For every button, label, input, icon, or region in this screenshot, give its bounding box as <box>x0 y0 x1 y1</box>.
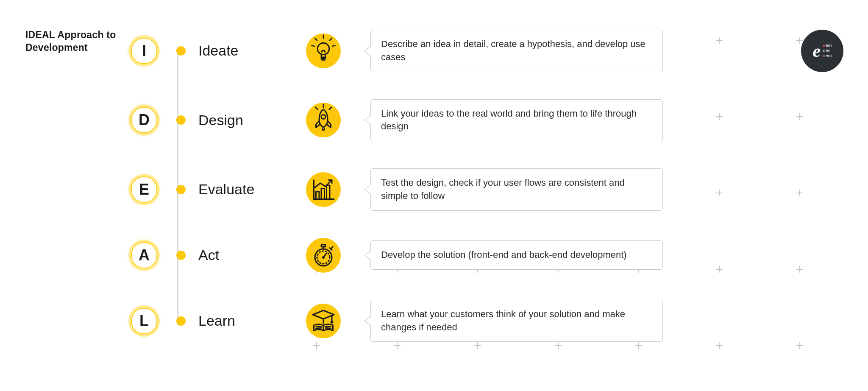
step-letter: D <box>127 103 161 137</box>
step-name: Ideate <box>198 42 279 59</box>
svg-rect-16 <box>321 188 325 199</box>
ideal-diagram: I Ideate <box>127 30 843 366</box>
step-ideate: I Ideate <box>127 30 843 72</box>
svg-line-4 <box>312 45 314 46</box>
svg-line-31 <box>316 328 322 328</box>
svg-point-12 <box>321 115 326 119</box>
step-description: Test the design, check if your user flow… <box>370 168 663 211</box>
page-title: IDEAL Approach to Development <box>25 29 136 54</box>
step-description: Link your ideas to the real world and br… <box>370 99 663 142</box>
step-description: Describe an idea in detail, create a hyp… <box>370 30 663 72</box>
svg-rect-15 <box>316 192 320 199</box>
analytics-chart-icon <box>306 172 341 207</box>
step-name: Learn <box>198 313 279 329</box>
step-letter: E <box>127 173 161 207</box>
svg-line-11 <box>329 107 331 109</box>
step-evaluate: E Evaluate Test the design, check if you… <box>127 168 843 211</box>
lightbulb-icon <box>306 34 341 68</box>
svg-line-2 <box>315 38 317 40</box>
timeline-node <box>176 251 186 260</box>
step-description: Learn what your customers think of your … <box>370 300 663 342</box>
svg-point-28 <box>331 321 333 323</box>
svg-point-21 <box>323 257 324 258</box>
step-description: Develop the solution (front-end and back… <box>370 240 663 270</box>
svg-line-5 <box>332 45 335 46</box>
svg-line-10 <box>315 107 317 109</box>
step-name: Act <box>198 247 279 263</box>
timeline-rows: I Ideate <box>127 30 843 342</box>
svg-point-6 <box>317 43 329 55</box>
step-letter: I <box>127 34 161 68</box>
timeline-node <box>176 115 186 125</box>
step-letter: A <box>127 238 161 272</box>
svg-line-30 <box>316 326 322 327</box>
step-name: Evaluate <box>198 181 279 198</box>
step-act: A Act Develop the solution (fro <box>127 238 843 273</box>
svg-rect-17 <box>327 185 330 199</box>
step-letter: L <box>127 304 161 338</box>
svg-marker-26 <box>313 310 334 319</box>
step-learn: L Learn <box>127 300 843 342</box>
svg-line-32 <box>326 326 331 327</box>
timeline-node <box>176 46 186 56</box>
timeline-node <box>176 185 186 194</box>
stopwatch-icon <box>306 238 341 273</box>
step-name: Design <box>198 112 279 128</box>
rocket-icon <box>306 103 341 137</box>
svg-line-3 <box>330 38 332 40</box>
svg-line-33 <box>326 328 331 328</box>
timeline-node <box>176 316 186 326</box>
graduation-book-icon <box>306 304 341 338</box>
step-design: D Design <box>127 99 843 142</box>
page: IDEAL Approach to Development e ein des … <box>0 0 868 391</box>
